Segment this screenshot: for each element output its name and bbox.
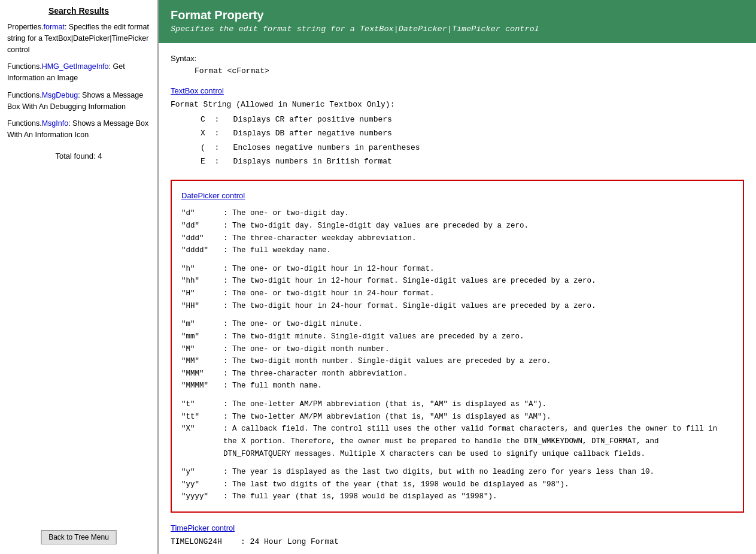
dp-h: "h": The one- or two-digit hour in 12-ho… (181, 263, 733, 276)
textbox-format-label: Format String (Allowed in Numeric Textbo… (171, 100, 744, 109)
result-item-4: Functions.MsgInfo: Shows a Message Box W… (7, 118, 150, 141)
result-item-2: Functions.HMG_GetImageInfo: Get Informat… (7, 61, 150, 84)
result-item-3: Functions.MsgDebug: Shows a Message Box … (7, 90, 150, 113)
dp-ddd: "ddd": The three-character weekday abbre… (181, 232, 733, 245)
dp-X: "X": A callback field. The control still… (181, 423, 733, 460)
total-found: Total found: 4 (7, 152, 150, 161)
syntax-section: Syntax: Format <cFormat> (171, 54, 744, 75)
textbox-title: TextBox control (171, 86, 744, 95)
dp-dd: "dd": The two-digit day. Single-digit da… (181, 220, 733, 232)
result-prefix-3: Functions. (7, 91, 42, 99)
result-item-1: Properties.format: Specifies the edit fo… (7, 22, 150, 55)
tb-row-1: C : Displays CR after positive numbers (201, 113, 744, 126)
search-results-title: Search Results (7, 6, 150, 16)
result-prefix-1: Properties. (7, 23, 43, 31)
timepicker-title: TimePicker control (171, 523, 744, 532)
tb-row-4: E : Displays numbers in British format (201, 155, 744, 168)
result-link-1[interactable]: format (43, 23, 64, 31)
result-prefix-2: Functions. (7, 62, 42, 71)
dp-MM: "MM": The two-digit month number. Single… (181, 355, 733, 368)
syntax-code: Format <cFormat> (195, 66, 744, 75)
dp-tt: "tt": The two-letter AM/PM abbreviation … (181, 411, 733, 423)
dp-MMM: "MMM": The three-character month abbrevi… (181, 368, 733, 380)
dp-d: "d": The one- or two-digit day. (181, 207, 733, 220)
datepicker-section: DatePicker control "d": The one- or two-… (171, 180, 744, 513)
page-title: Format Property (171, 8, 744, 22)
result-link-4[interactable]: MsgInfo (42, 119, 68, 128)
dp-H: "H": The one- or two-digit hour in 24-ho… (181, 287, 733, 300)
dp-hh: "hh": The two-digit hour in 12-hour form… (181, 275, 733, 287)
tb-row-3: ( : Encloses negative numbers in parenth… (201, 141, 744, 155)
dp-M: "M": The one- or two-digit month number. (181, 343, 733, 356)
timepicker-section: TimePicker control TIMELONG24H : 24 Hour… (171, 523, 744, 546)
timepicker-format-1: TIMELONG24H : 24 Hour Long Format (171, 537, 744, 546)
dp-yy: "yy": The last two digits of the year (t… (181, 479, 733, 491)
dp-dddd: "dddd": The full weekday name. (181, 244, 733, 257)
dp-MMMM: "MMMM": The full month name. (181, 380, 733, 392)
dp-y: "y": The year is displayed as the last t… (181, 466, 733, 479)
syntax-label: Syntax: (171, 54, 744, 63)
result-link-3[interactable]: MsgDebug (42, 91, 78, 99)
content-area: Syntax: Format <cFormat> TextBox control… (159, 54, 756, 554)
back-to-tree-menu-button[interactable]: Back to Tree Menu (41, 530, 117, 544)
page-subtitle: Specifies the edit format string for a T… (171, 25, 744, 34)
result-link-2[interactable]: HMG_GetImageInfo (42, 62, 109, 71)
tb-row-2: X : Displays DB after negative numbers (201, 126, 744, 140)
datepicker-title: DatePicker control (181, 189, 733, 203)
dp-mm: "mm": The two-digit minute. Single-digit… (181, 331, 733, 343)
dp-yyyy: "yyyy": The full year (that is, 1998 wou… (181, 491, 733, 503)
header-banner: Format Property Specifies the edit forma… (159, 0, 756, 43)
right-panel: Format Property Specifies the edit forma… (159, 0, 756, 554)
result-prefix-4: Functions. (7, 119, 42, 128)
dp-t: "t": The one-letter AM/PM abbreviation (… (181, 398, 733, 411)
dp-HH: "HH": The two-digit hour in 24-hour form… (181, 300, 733, 313)
textbox-format-table: C : Displays CR after positive numbers X… (201, 113, 744, 169)
dp-m: "m": The one- or two-digit minute. (181, 318, 733, 331)
textbox-section: TextBox control Format String (Allowed i… (171, 86, 744, 169)
left-panel: Search Results Properties.format: Specif… (0, 0, 159, 554)
